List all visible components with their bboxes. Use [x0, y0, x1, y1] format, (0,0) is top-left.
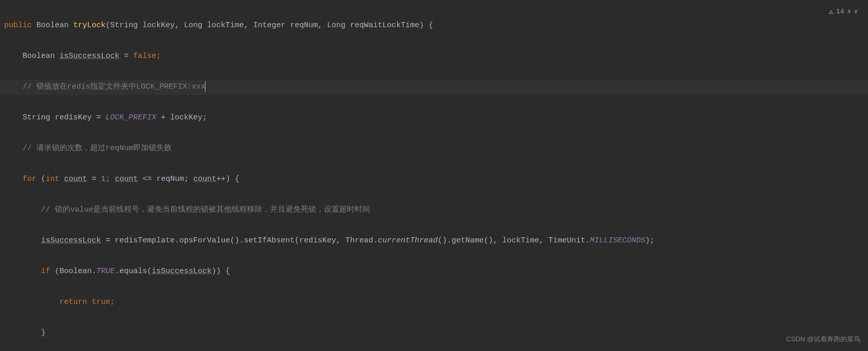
code-editor[interactable]: public Boolean tryLock(String lockKey, L… — [0, 0, 868, 351]
variable: count — [193, 175, 216, 183]
punct: ( — [36, 175, 46, 183]
type: Boolean — [23, 52, 55, 60]
code-line-current: // 锁值放在redis指定文件夹中LOCK_PREFIX:xxx — [0, 79, 868, 95]
code-line: return true; — [0, 295, 868, 310]
code-text: = redisTemplate.opsForValue().setIfAbsen… — [101, 236, 378, 245]
method-name: tryLock — [73, 21, 106, 30]
punct: ; — [156, 52, 161, 60]
keyword: for — [23, 175, 36, 183]
variable: isSuccessLock — [41, 236, 101, 245]
type: Boolean — [36, 21, 69, 30]
punct: ++) { — [216, 175, 239, 183]
keyword: if — [41, 267, 50, 276]
comment: // 锁的value是当前线程号，避免当前线程的锁被其他线程移除，并且避免死锁，… — [41, 205, 370, 214]
punct: ); — [645, 236, 654, 245]
constant: MILLISECONDS — [590, 236, 645, 245]
code-line: // 请求锁的次数，超过reqNum即加锁失败 — [0, 141, 868, 156]
warning-triangle-icon: ⚠ — [829, 4, 833, 19]
keyword: true — [92, 298, 110, 306]
cursor — [205, 81, 205, 92]
code-text: ().getName(), lockTime, TimeUnit. — [438, 236, 590, 245]
constant: LOCK_PREFIX — [106, 113, 156, 122]
operator: = — [87, 175, 101, 183]
punct: )) { — [212, 267, 230, 276]
code-line: if (Boolean.TRUE.equals(isSuccessLock)) … — [0, 264, 868, 279]
variable: isSuccessLock — [152, 267, 212, 276]
chevron-up-icon[interactable]: ∧ — [848, 4, 851, 19]
variable: count — [115, 175, 138, 183]
brace: } — [41, 328, 46, 337]
keyword: return — [59, 298, 87, 306]
code-line: Boolean isSuccessLock = false; — [0, 49, 868, 64]
keyword: int — [46, 175, 59, 183]
watermark: CSDN @试着奔跑的菜鸟 — [786, 332, 860, 347]
comment: // 锁值放在redis指定文件夹中LOCK_PREFIX:xxx — [23, 82, 205, 91]
space — [87, 298, 92, 306]
keyword: false — [133, 52, 156, 60]
code-line: // 锁的value是当前线程号，避免当前线程的锁被其他线程移除，并且避免死锁，… — [0, 202, 868, 218]
warning-count: 14 — [836, 4, 844, 19]
variable: count — [64, 175, 87, 183]
code-text: (Boolean. — [50, 267, 96, 276]
warning-badge[interactable]: ⚠ 14 ∧ ∨ — [829, 4, 858, 19]
code-line: } — [0, 325, 868, 341]
chevron-down-icon[interactable]: ∨ — [854, 4, 858, 19]
punct: ; — [106, 175, 115, 183]
code-text: + lockKey; — [156, 113, 207, 122]
punct: ; — [110, 298, 115, 306]
code-text: .equals( — [115, 267, 152, 276]
number: 1 — [101, 175, 106, 183]
space — [59, 175, 64, 183]
code-line: for (int count = 1; count <= reqNum; cou… — [0, 172, 868, 187]
code-text: String redisKey = — [23, 113, 106, 122]
signature: (String lockKey, Long lockTime, Integer … — [106, 21, 433, 30]
variable: isSuccessLock — [59, 52, 119, 60]
operator: <= reqNum; — [138, 175, 193, 183]
code-line: isSuccessLock = redisTemplate.opsForValu… — [0, 233, 868, 249]
code-line: public Boolean tryLock(String lockKey, L… — [0, 18, 868, 33]
keyword: public — [4, 21, 32, 30]
operator: = — [119, 52, 133, 60]
constant: TRUE — [96, 267, 115, 276]
comment: // 请求锁的次数，超过reqNum即加锁失败 — [23, 144, 172, 153]
static-method: currentThread — [378, 236, 438, 245]
code-line: String redisKey = LOCK_PREFIX + lockKey; — [0, 110, 868, 126]
